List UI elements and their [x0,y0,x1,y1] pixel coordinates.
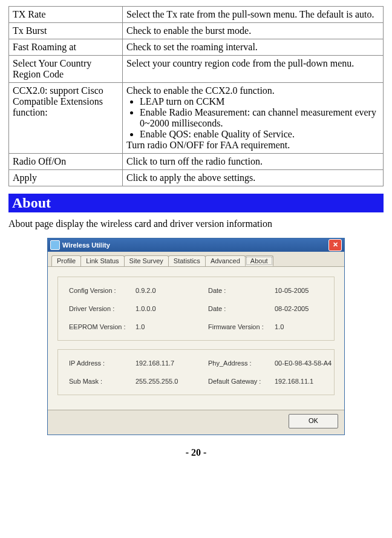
tab-about[interactable]: About [245,255,273,266]
tab-site-survey[interactable]: Site Survey [124,255,169,266]
dialog-screenshot: Wireless Utility ✕ Profile Link Status S… [8,238,384,435]
row-label: Fast Roaming at [9,39,123,56]
close-icon[interactable]: ✕ [328,239,342,251]
eeprom-value: 1.0 [136,323,208,330]
row-desc: Check to set the roaming interval. [123,39,384,56]
ip-label: IP Address : [69,359,136,367]
app-icon [50,240,60,250]
row-label: Apply [9,170,123,186]
tab-panel-about: Config Version : 0.9.2.0 Date : 10-05-20… [48,267,344,410]
titlebar: Wireless Utility ✕ [48,238,344,252]
row-label: Radio Off/On [9,154,123,170]
bullet-list: LEAP turn on CCKM Enable Radio Measureme… [126,96,379,140]
table-row: Radio Off/On Click to turn off the radio… [9,154,384,170]
phy-value: 00-E0-98-43-58-A4 [275,359,347,367]
eeprom-label: EEPROM Version : [69,323,136,330]
row-desc: Check to enable the burst mode. [123,23,384,39]
gw-label: Default Gateway : [208,378,275,385]
row-desc-post: Turn radio ON/OFF for FAA requirement. [126,140,290,150]
date1-value: 10-05-2005 [275,287,347,294]
table-row: Fast Roaming at Check to set the roaming… [9,39,384,56]
row-label: Select Your Country Region Code [9,56,123,83]
bullet-item: Enable QOS: enable Quality of Service. [140,129,379,140]
ip-value: 192.168.11.7 [136,359,208,367]
bullet-item: LEAP turn on CCKM [140,96,379,107]
sub-label: Sub Mask : [69,378,136,385]
tab-advanced[interactable]: Advanced [205,255,246,266]
tab-strip: Profile Link Status Site Survey Statisti… [48,252,344,267]
table-row: CCX2.0: support Cisco Compatible Extensi… [9,83,384,154]
window-title: Wireless Utility [62,238,110,252]
button-bar: OK [48,410,344,435]
tab-statistics[interactable]: Statistics [168,255,206,266]
row-label: CCX2.0: support Cisco Compatible Extensi… [9,83,123,154]
row-label: Tx Burst [9,23,123,39]
row-desc: Click to turn off the radio function. [123,154,384,170]
settings-table: TX Rate Select the Tx rate from the pull… [8,6,384,186]
driver-version-value: 1.0.0.0 [136,305,208,312]
gw-value: 192.168.11.1 [275,378,347,385]
date2-value: 08-02-2005 [275,305,347,312]
table-row: Apply Click to apply the above settings. [9,170,384,186]
row-desc: Click to apply the above settings. [123,170,384,186]
row-desc: Select your country region code from the… [123,56,384,83]
table-row: TX Rate Select the Tx rate from the pull… [9,7,384,23]
row-desc: Select the Tx rate from the pull-sown me… [123,7,384,23]
section-header-about: About [8,194,384,212]
tab-link-status[interactable]: Link Status [80,255,124,266]
page-number: - 20 - [8,447,384,458]
phy-label: Phy_Address : [208,359,275,367]
table-row: Select Your Country Region Code Select y… [9,56,384,83]
firmware-value: 1.0 [275,323,347,330]
section-text: About page display the wireless card and… [8,218,384,229]
network-group: IP Address : 192.168.11.7 Phy_Address : … [57,349,335,395]
date1-label: Date : [208,287,275,294]
row-desc-pre: Check to enable the CCX2.0 function. [126,85,275,96]
bullet-item: Enable Radio Measurement: can channel me… [140,107,379,129]
sub-value: 255.255.255.0 [136,378,208,385]
driver-version-label: Driver Version : [69,305,136,312]
date2-label: Date : [208,305,275,312]
row-desc: Check to enable the CCX2.0 function. LEA… [123,83,384,154]
config-version-label: Config Version : [69,287,136,294]
version-group: Config Version : 0.9.2.0 Date : 10-05-20… [57,277,335,341]
config-version-value: 0.9.2.0 [136,287,208,294]
firmware-label: Firmware Version : [208,323,275,330]
row-label: TX Rate [9,7,123,23]
tab-profile[interactable]: Profile [51,255,81,266]
dialog-window: Wireless Utility ✕ Profile Link Status S… [47,238,345,435]
ok-button[interactable]: OK [289,414,338,428]
table-row: Tx Burst Check to enable the burst mode. [9,23,384,39]
